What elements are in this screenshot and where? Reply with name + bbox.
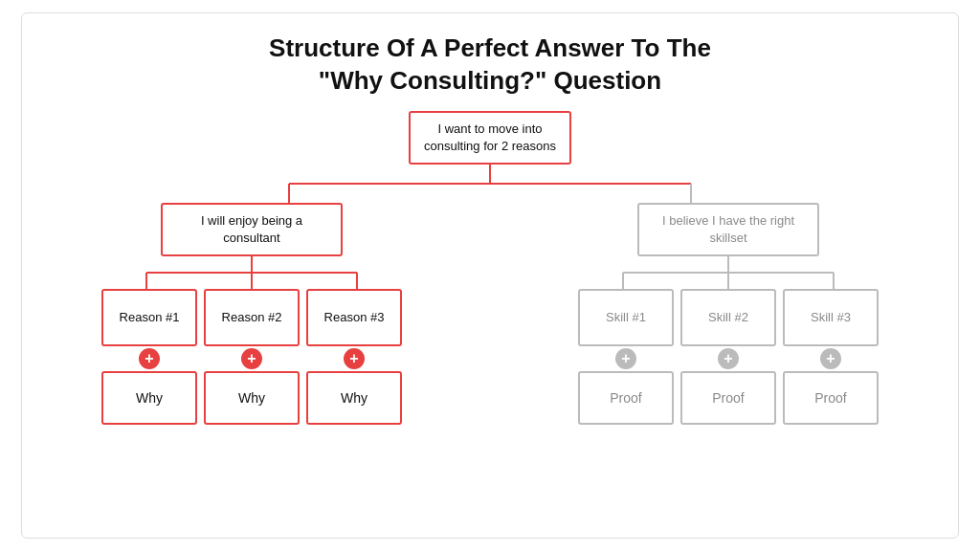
plus-badge-skill-3[interactable]: + bbox=[820, 348, 841, 369]
left-mid-box: I will enjoy being a consultant bbox=[161, 203, 343, 256]
left-branch: I will enjoy being a consultant Reason #… bbox=[51, 203, 453, 425]
plus-badge-skill-1[interactable]: + bbox=[615, 348, 636, 369]
proof-1-box: Proof bbox=[578, 371, 674, 425]
right-mid-box: I believe I have the right skillset bbox=[637, 203, 819, 256]
plus-badge-1[interactable]: + bbox=[139, 348, 160, 369]
reason-3-box: Reason #3 bbox=[306, 289, 402, 346]
root-box: I want to move into consulting for 2 rea… bbox=[409, 111, 571, 165]
skill-2-box: Skill #2 bbox=[680, 289, 776, 346]
left-children-row: Reason #1 + Why Reason #2 + Why Reason #… bbox=[99, 289, 406, 425]
right-mid-connector bbox=[575, 256, 881, 289]
right-branch: I believe I have the right skillset Skil… bbox=[527, 203, 929, 425]
why-2-box: Why bbox=[204, 371, 300, 425]
proof-2-box: Proof bbox=[680, 371, 776, 425]
proof-3-box: Proof bbox=[783, 371, 879, 425]
plus-badge-2[interactable]: + bbox=[241, 348, 262, 369]
left-child-2: Reason #2 + Why bbox=[201, 289, 303, 425]
left-child-1: Reason #1 + Why bbox=[99, 289, 201, 425]
page-title: Structure Of A Perfect Answer To The "Wh… bbox=[269, 33, 711, 98]
left-mid-connector bbox=[99, 256, 405, 289]
right-child-3: Skill #3 + Proof bbox=[780, 289, 882, 425]
main-container: Structure Of A Perfect Answer To The "Wh… bbox=[21, 12, 959, 539]
reason-1-box: Reason #1 bbox=[101, 289, 197, 346]
reason-2-box: Reason #2 bbox=[204, 289, 300, 346]
right-child-2: Skill #2 + Proof bbox=[678, 289, 780, 425]
plus-badge-3[interactable]: + bbox=[344, 348, 365, 369]
skill-3-box: Skill #3 bbox=[783, 289, 879, 346]
plus-badge-skill-2[interactable]: + bbox=[718, 348, 739, 369]
why-3-box: Why bbox=[306, 371, 402, 425]
right-children-row: Skill #1 + Proof Skill #2 + Proof Skill … bbox=[575, 289, 882, 425]
diagram: I want to move into consulting for 2 rea… bbox=[51, 111, 929, 518]
why-1-box: Why bbox=[101, 371, 197, 425]
branches-container: I will enjoy being a consultant Reason #… bbox=[51, 203, 929, 425]
root-section: I want to move into consulting for 2 rea… bbox=[409, 111, 571, 165]
root-connector-svg bbox=[155, 165, 825, 203]
skill-1-box: Skill #1 bbox=[578, 289, 674, 346]
right-child-1: Skill #1 + Proof bbox=[575, 289, 678, 425]
left-child-3: Reason #3 + Why bbox=[303, 289, 406, 425]
